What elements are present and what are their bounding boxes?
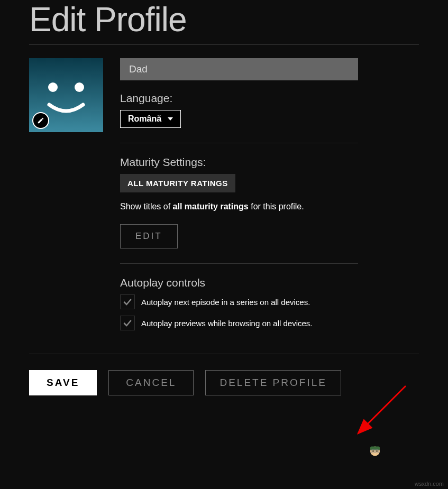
checkbox-icon — [120, 316, 135, 330]
cursor-character-icon — [365, 444, 385, 463]
chevron-down-icon — [168, 117, 173, 121]
maturity-badge: ALL MATURITY RATINGS — [120, 174, 235, 192]
language-selected: Română — [128, 114, 161, 124]
maturity-edit-button[interactable]: EDIT — [120, 224, 178, 248]
checkbox-icon — [120, 294, 135, 309]
svg-point-7 — [376, 450, 378, 452]
autoplay-option-label: Autoplay previews while browsing on all … — [141, 319, 313, 328]
svg-point-9 — [375, 449, 379, 453]
page-title: Edit Profile — [29, 0, 419, 39]
save-button[interactable]: SAVE — [29, 370, 97, 395]
svg-point-8 — [371, 449, 375, 453]
maturity-description: Show titles of all maturity ratings for … — [120, 202, 419, 211]
language-label: Language: — [120, 92, 419, 105]
watermark: wsxdn.com — [415, 481, 444, 487]
section-divider — [120, 263, 358, 264]
maturity-label: Maturity Settings: — [120, 156, 419, 169]
title-divider — [29, 44, 419, 45]
section-divider — [120, 143, 358, 143]
svg-point-4 — [370, 446, 380, 456]
svg-point-0 — [48, 82, 58, 92]
delete-profile-button[interactable]: DELETE PROFILE — [205, 370, 341, 395]
avatar-edit-button[interactable] — [32, 112, 49, 129]
language-dropdown[interactable]: Română — [120, 110, 181, 128]
svg-point-6 — [372, 450, 374, 452]
pencil-icon — [37, 117, 44, 124]
autoplay-next-episode-checkbox[interactable]: Autoplay next episode in a series on all… — [120, 294, 419, 309]
profile-name-input[interactable] — [120, 58, 358, 80]
svg-point-1 — [75, 82, 84, 92]
autoplay-option-label: Autoplay next episode in a series on all… — [141, 298, 310, 307]
svg-rect-5 — [370, 446, 380, 450]
autoplay-previews-checkbox[interactable]: Autoplay previews while browsing on all … — [120, 316, 419, 330]
autoplay-label: Autoplay controls — [120, 276, 419, 289]
cancel-button[interactable]: CANCEL — [108, 370, 194, 395]
avatar[interactable] — [29, 58, 103, 132]
